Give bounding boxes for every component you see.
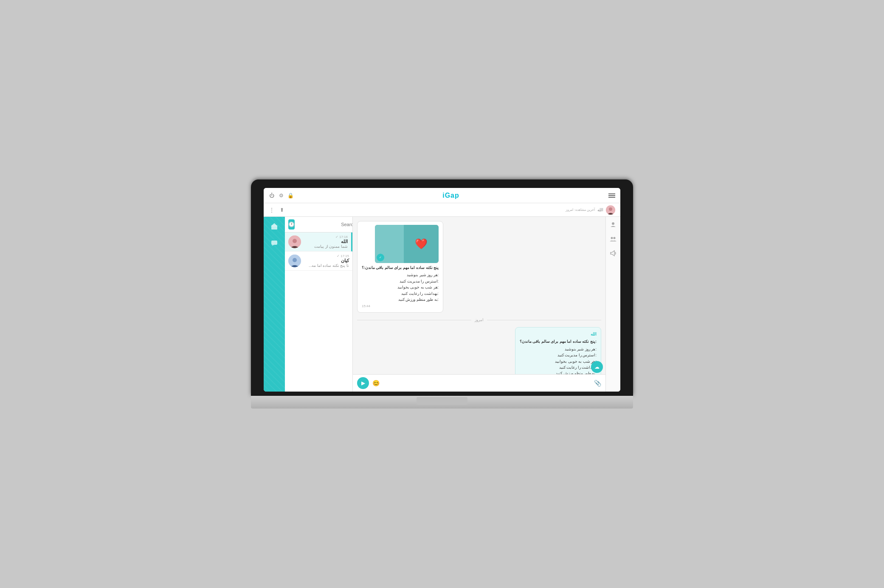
image-badge: ✓	[377, 254, 384, 261]
top-bar-left: ⏻ ⚙ 🔒	[269, 193, 293, 199]
main-area: 🕐 🔍 17:16 ✓ الله شما ممنون از	[264, 217, 620, 392]
svg-point-1	[609, 207, 612, 211]
received-message: الله :پنج نکته ساده اما مهم برای سالم با…	[515, 327, 601, 374]
sent-message: ❤️ ✓ پنج نکته ساده اما مهم برای سالم باق…	[357, 221, 443, 313]
trackpad	[417, 397, 467, 405]
received-message-text: :پنج نکته ساده اما مهم برای سالم باقی ما…	[520, 339, 597, 374]
svg-marker-3	[271, 223, 278, 226]
header-username: الله	[597, 207, 603, 212]
laptop-keyboard	[251, 396, 633, 409]
svg-rect-4	[271, 241, 277, 245]
search-bar: 🕐 🔍	[285, 217, 352, 232]
top-bar: ⏻ ⚙ 🔒 iGap	[264, 188, 620, 203]
settings-icon[interactable]: ⚙	[278, 193, 284, 199]
chat-input-area: ▶ 😊 📎	[353, 374, 605, 392]
chat-messages[interactable]: ❤️ ✓ پنج نکته ساده اما مهم برای سالم باق…	[353, 217, 605, 374]
laptop-bezel: ⏻ ⚙ 🔒 iGap ⋮ ⬆	[251, 179, 633, 396]
svg-point-7	[293, 239, 297, 243]
more-options-icon[interactable]: ⋮	[269, 207, 275, 213]
chat-area-wrapper: ❤️ ✓ پنج نکته ساده اما مهم برای سالم باق…	[353, 217, 605, 392]
chat-avatar-2	[288, 255, 301, 267]
svg-point-9	[293, 258, 297, 262]
received-sender: الله	[520, 331, 597, 337]
lock-icon[interactable]: 🔒	[287, 193, 293, 199]
chat-item-1[interactable]: 17:16 ✓ الله شما ممنون از پیامت	[285, 232, 352, 252]
chat-window: ❤️ ✓ پنج نکته ساده اما مهم برای سالم باق…	[353, 217, 605, 392]
power-icon[interactable]: ⏻	[269, 193, 275, 199]
share-icon[interactable]: ⬆	[279, 207, 285, 213]
chat-name-1: الله	[304, 239, 348, 244]
svg-rect-2	[271, 226, 277, 230]
chat-info-1: 17:16 ✓ الله شما ممنون از پیامت	[304, 235, 348, 249]
chat-item-2[interactable]: 17:15 ✓ کیان تا پنج نکته ساده اما مه...	[285, 252, 352, 271]
svg-marker-5	[272, 245, 274, 246]
group-icon[interactable]	[608, 234, 618, 244]
send-button[interactable]: ▶	[357, 377, 369, 389]
chat-time-2: 17:15 ✓	[304, 254, 349, 258]
app-logo: iGap	[442, 192, 459, 199]
sent-message-image: ❤️ ✓	[375, 225, 439, 263]
left-sidebar	[264, 217, 285, 392]
attach-button[interactable]: 📎	[594, 380, 601, 386]
app-container: ⏻ ⚙ 🔒 iGap ⋮ ⬆	[264, 188, 620, 392]
sent-message-time: 15:44	[362, 304, 439, 309]
header-last-seen: آخرین مشاهده: امروز	[566, 208, 595, 212]
chat-time-1: 17:16 ✓	[304, 235, 348, 239]
hamburger-menu-icon[interactable]	[608, 193, 615, 198]
date-divider: امروز	[357, 316, 601, 324]
chat-list: 🕐 🔍 17:16 ✓ الله شما ممنون از	[285, 217, 353, 392]
chat-preview-1: شما ممنون از پیامت	[304, 244, 348, 249]
search-input[interactable]	[297, 222, 353, 227]
sidebar-home-icon[interactable]	[268, 220, 280, 232]
second-bar: ⋮ ⬆ الله آخرین مشاهده: امروز	[264, 203, 620, 217]
svg-point-12	[614, 237, 616, 239]
chat-info-2: 17:15 ✓ کیان تا پنج نکته ساده اما مه...	[304, 254, 349, 268]
megaphone-icon[interactable]	[608, 248, 618, 258]
chat-preview-2: تا پنج نکته ساده اما مه...	[304, 263, 349, 268]
laptop-screen: ⏻ ⚙ 🔒 iGap ⋮ ⬆	[264, 188, 620, 392]
laptop-wrapper: ⏻ ⚙ 🔒 iGap ⋮ ⬆	[251, 179, 633, 409]
emoji-button[interactable]: 😊	[372, 380, 380, 386]
time-filter-icon[interactable]: 🕐	[288, 219, 295, 230]
message-input[interactable]	[383, 381, 591, 386]
svg-point-10	[612, 222, 614, 225]
sidebar-chat-icon[interactable]	[268, 237, 280, 249]
cloud-button[interactable]: ☁	[591, 361, 603, 373]
person-icon[interactable]	[608, 219, 618, 230]
header-avatar	[606, 205, 615, 215]
right-sidebar	[605, 217, 620, 392]
chat-name-2: کیان	[304, 258, 349, 263]
second-bar-right: الله آخرین مشاهده: امروز	[566, 205, 615, 215]
second-bar-left: ⋮ ⬆	[269, 207, 285, 213]
chat-avatar-1	[288, 235, 301, 248]
cloud-icon: ☁	[594, 364, 600, 370]
sent-message-text: پنج نکته ساده اما مهم برای سالم باقی مان…	[362, 265, 439, 302]
svg-point-11	[611, 237, 613, 239]
